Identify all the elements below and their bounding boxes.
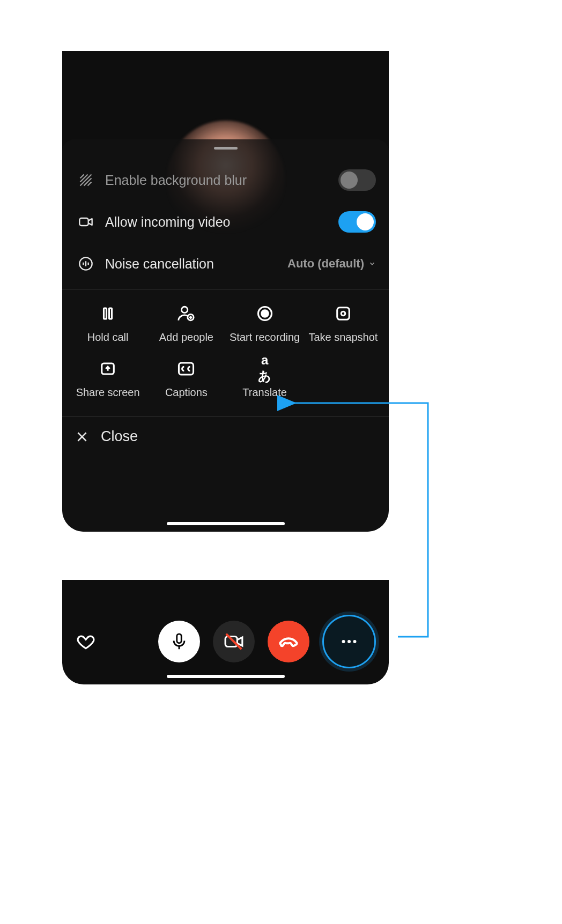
svg-rect-2 [104,308,107,319]
video-icon [75,214,97,229]
svg-rect-0 [79,218,88,226]
translate-icon: aあ [256,360,274,378]
toggle-camera-button[interactable] [213,621,255,662]
end-call-button[interactable] [268,621,309,662]
row-incoming-video: Allow incoming video [62,201,389,243]
svg-point-7 [261,310,268,317]
row-label: Enable background blur [97,173,338,188]
row-label: Noise cancellation [97,256,287,272]
home-indicator[interactable] [167,675,285,678]
mute-mic-button[interactable] [158,621,200,662]
mic-icon [170,632,188,651]
person-add-icon [177,304,195,323]
start-recording-button[interactable]: Start recording [226,304,304,344]
divider [62,416,389,416]
home-indicator[interactable] [167,522,285,525]
action-label: Start recording [230,331,300,344]
snapshot-icon [334,304,352,323]
captions-icon [177,360,195,378]
take-snapshot-button[interactable]: Take snapshot [304,304,382,344]
action-label: Share screen [76,386,140,399]
row-label: Allow incoming video [97,214,338,230]
svg-point-16 [347,640,351,643]
close-button[interactable]: Close [62,419,389,461]
row-noise-cancellation[interactable]: Noise cancellation Auto (default) [62,243,389,285]
more-options-button[interactable] [322,615,376,668]
svg-point-9 [341,311,345,316]
svg-rect-8 [337,308,350,320]
blur-icon [75,173,97,188]
svg-point-17 [353,640,357,643]
noise-cancellation-value[interactable]: Auto (default) [287,257,376,271]
noise-value-text: Auto (default) [287,257,364,271]
react-heart-button[interactable] [75,631,97,652]
chevron-down-icon [368,260,376,267]
more-icon [339,632,359,651]
row-background-blur: Enable background blur [62,159,389,201]
toggle-background-blur[interactable] [338,169,376,191]
svg-rect-11 [179,363,194,375]
action-label: Take snapshot [308,331,378,344]
share-screen-button[interactable]: Share screen [69,360,147,399]
record-icon [256,304,274,323]
call-window: Enable background blur Allow incoming vi… [62,51,389,532]
add-people-button[interactable]: Add people [147,304,225,344]
settings-sheet: Enable background blur Allow incoming vi… [62,139,389,532]
hold-call-button[interactable]: Hold call [69,304,147,344]
noise-icon [75,256,97,271]
action-label: Captions [165,386,208,399]
action-label: Hold call [87,331,129,344]
divider [62,289,389,289]
close-icon [75,430,89,444]
svg-point-15 [342,640,345,643]
camera-off-icon [224,631,244,652]
call-control-bar [62,580,389,684]
svg-rect-3 [109,308,112,319]
action-grid: Hold call Add people [62,292,389,412]
toggle-incoming-video[interactable] [338,211,376,233]
close-label: Close [101,428,138,445]
action-label: Translate [242,386,287,399]
svg-rect-12 [177,634,182,643]
translate-button[interactable]: aあ Translate [226,360,304,399]
action-label: Add people [159,331,213,344]
sheet-grabber[interactable] [214,147,238,150]
captions-button[interactable]: Captions [147,360,225,399]
share-screen-icon [99,360,117,378]
hangup-icon [278,631,299,652]
pause-icon [99,304,117,323]
svg-point-4 [182,307,188,312]
